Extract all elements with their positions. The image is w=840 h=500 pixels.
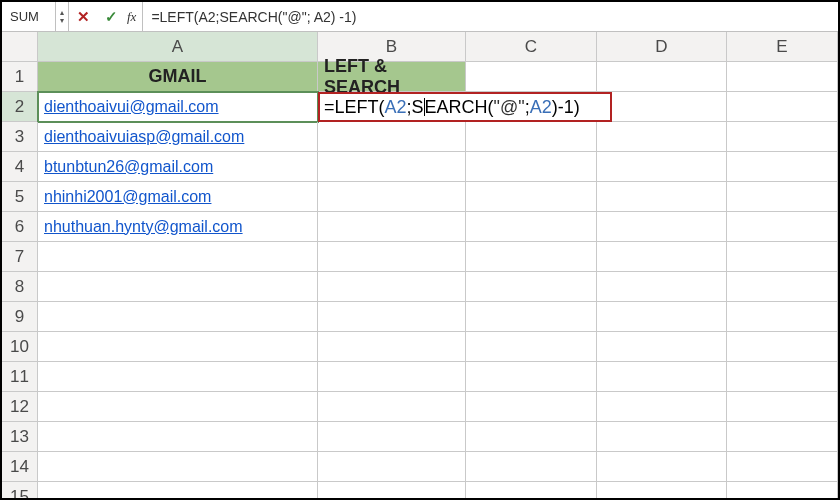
cell-A2[interactable]: dienthoaivui@gmail.com [38, 92, 318, 122]
row-header-5[interactable]: 5 [2, 182, 38, 212]
row-header-13[interactable]: 13 [2, 422, 38, 452]
cell-A13[interactable] [38, 422, 318, 452]
cell-C6[interactable] [466, 212, 597, 242]
cell-C12[interactable] [466, 392, 597, 422]
cell-B12[interactable] [318, 392, 466, 422]
email-link[interactable]: btunbtun26@gmail.com [44, 158, 213, 176]
cell-A10[interactable] [38, 332, 318, 362]
row-header-12[interactable]: 12 [2, 392, 38, 422]
cell-B14[interactable] [318, 452, 466, 482]
row-header-7[interactable]: 7 [2, 242, 38, 272]
name-box-spinner[interactable]: ▴ ▾ [56, 2, 69, 31]
cell-C8[interactable] [466, 272, 597, 302]
cell-E3[interactable] [727, 122, 838, 152]
cell-editor-overlay[interactable]: =LEFT(A2;SEARCH("@"; A2) -1) [318, 92, 612, 122]
cell-A3[interactable]: dienthoaivuiasp@gmail.com [38, 122, 318, 152]
insert-function-button[interactable]: fx [125, 2, 143, 31]
cell-C10[interactable] [466, 332, 597, 362]
cell-C9[interactable] [466, 302, 597, 332]
row-header-14[interactable]: 14 [2, 452, 38, 482]
cell-D8[interactable] [597, 272, 727, 302]
cell-B8[interactable] [318, 272, 466, 302]
cell-C11[interactable] [466, 362, 597, 392]
email-link[interactable]: dienthoaivuiasp@gmail.com [44, 128, 244, 146]
cell-D15[interactable] [597, 482, 727, 498]
cell-C7[interactable] [466, 242, 597, 272]
cell-E4[interactable] [727, 152, 838, 182]
cell-A9[interactable] [38, 302, 318, 332]
cell-C3[interactable] [466, 122, 597, 152]
spinner-down-icon[interactable]: ▾ [60, 17, 64, 25]
confirm-edit-button[interactable]: ✓ [97, 2, 125, 31]
cell-E10[interactable] [727, 332, 838, 362]
cell-A4[interactable]: btunbtun26@gmail.com [38, 152, 318, 182]
cell-C15[interactable] [466, 482, 597, 498]
cell-E2[interactable] [727, 92, 838, 122]
cell-B4[interactable] [318, 152, 466, 182]
cell-D14[interactable] [597, 452, 727, 482]
col-header-C[interactable]: C [466, 32, 597, 62]
row-header-9[interactable]: 9 [2, 302, 38, 332]
cell-C13[interactable] [466, 422, 597, 452]
cell-B15[interactable] [318, 482, 466, 498]
cell-E12[interactable] [727, 392, 838, 422]
col-header-D[interactable]: D [597, 32, 727, 62]
cell-D13[interactable] [597, 422, 727, 452]
cell-E13[interactable] [727, 422, 838, 452]
col-header-E[interactable]: E [727, 32, 838, 62]
cell-A11[interactable] [38, 362, 318, 392]
row-header-10[interactable]: 10 [2, 332, 38, 362]
cell-A7[interactable] [38, 242, 318, 272]
row-header-3[interactable]: 3 [2, 122, 38, 152]
email-link[interactable]: nhuthuan.hynty@gmail.com [44, 218, 243, 236]
cell-B1[interactable]: LEFT & SEARCH [318, 62, 466, 92]
cancel-edit-button[interactable]: ✕ [69, 2, 97, 31]
cell-C1[interactable] [466, 62, 597, 92]
select-all-corner[interactable] [2, 32, 38, 62]
cell-B11[interactable] [318, 362, 466, 392]
cell-D9[interactable] [597, 302, 727, 332]
formula-input[interactable]: =LEFT(A2;SEARCH("@"; A2) -1) [143, 2, 838, 31]
cell-E7[interactable] [727, 242, 838, 272]
cell-E6[interactable] [727, 212, 838, 242]
email-link[interactable]: nhinhi2001@gmail.com [44, 188, 211, 206]
cell-D2[interactable] [597, 92, 727, 122]
row-header-8[interactable]: 8 [2, 272, 38, 302]
cell-D3[interactable] [597, 122, 727, 152]
cell-B10[interactable] [318, 332, 466, 362]
cell-A15[interactable] [38, 482, 318, 498]
worksheet[interactable]: A B C D E 1 GMAIL LEFT & SEARCH 2 dienth… [2, 32, 838, 498]
row-header-11[interactable]: 11 [2, 362, 38, 392]
cell-E15[interactable] [727, 482, 838, 498]
cell-C5[interactable] [466, 182, 597, 212]
row-header-2[interactable]: 2 [2, 92, 38, 122]
cell-E5[interactable] [727, 182, 838, 212]
cell-D7[interactable] [597, 242, 727, 272]
cell-D10[interactable] [597, 332, 727, 362]
cell-D11[interactable] [597, 362, 727, 392]
cell-A5[interactable]: nhinhi2001@gmail.com [38, 182, 318, 212]
cell-D4[interactable] [597, 152, 727, 182]
row-header-6[interactable]: 6 [2, 212, 38, 242]
cell-D5[interactable] [597, 182, 727, 212]
cell-B3[interactable] [318, 122, 466, 152]
cell-A6[interactable]: nhuthuan.hynty@gmail.com [38, 212, 318, 242]
cell-C14[interactable] [466, 452, 597, 482]
cell-E8[interactable] [727, 272, 838, 302]
cell-A8[interactable] [38, 272, 318, 302]
cell-E1[interactable] [727, 62, 838, 92]
cell-B7[interactable] [318, 242, 466, 272]
cell-D12[interactable] [597, 392, 727, 422]
cell-D1[interactable] [597, 62, 727, 92]
email-link[interactable]: dienthoaivui@gmail.com [44, 98, 219, 116]
cell-A1[interactable]: GMAIL [38, 62, 318, 92]
cell-B9[interactable] [318, 302, 466, 332]
cell-E9[interactable] [727, 302, 838, 332]
row-header-1[interactable]: 1 [2, 62, 38, 92]
cell-E14[interactable] [727, 452, 838, 482]
cell-E11[interactable] [727, 362, 838, 392]
col-header-A[interactable]: A [38, 32, 318, 62]
cell-A12[interactable] [38, 392, 318, 422]
row-header-15[interactable]: 15 [2, 482, 38, 498]
cell-A14[interactable] [38, 452, 318, 482]
